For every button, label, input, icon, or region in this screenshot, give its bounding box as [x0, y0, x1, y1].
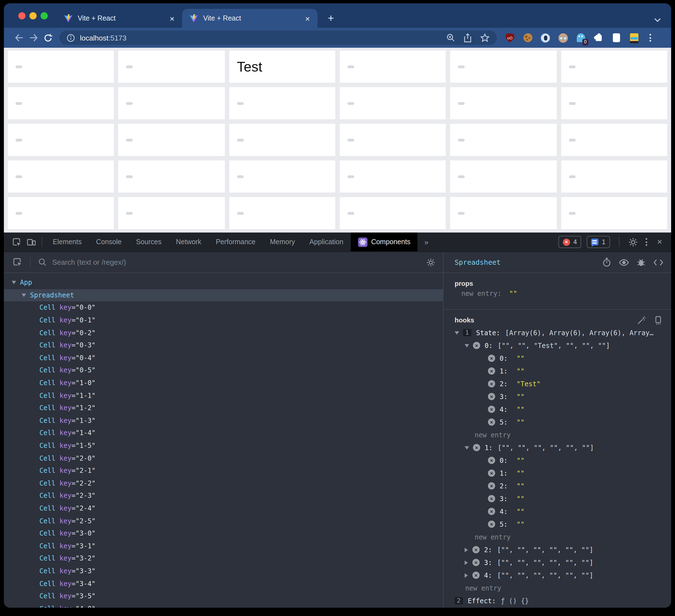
hook-value[interactable]: "" — [517, 495, 525, 503]
prop-value[interactable]: "" — [509, 290, 517, 298]
spreadsheet-cell[interactable] — [340, 51, 446, 83]
tree-row[interactable]: Spreadsheet — [4, 289, 443, 301]
spreadsheet-cell[interactable] — [450, 197, 557, 229]
hooks-row[interactable]: ×4:"" — [455, 505, 671, 518]
tree-row[interactable]: Cell key="0-0" — [4, 301, 443, 314]
tree-row[interactable]: Cell key="1-3" — [4, 414, 443, 427]
onepassword-icon[interactable] — [540, 32, 551, 43]
spreadsheet-cell[interactable] — [119, 51, 225, 83]
hooks-row[interactable]: ×0:"" — [455, 352, 671, 365]
suspense-stopwatch-icon[interactable] — [602, 257, 611, 267]
hooks-row[interactable]: ×0:"" — [455, 454, 671, 467]
tree-settings-gear-icon[interactable] — [426, 258, 435, 267]
spreadsheet-cell[interactable] — [450, 124, 557, 156]
parse-hook-names-wand-icon[interactable] — [637, 316, 646, 325]
hook-value[interactable]: "" — [517, 482, 525, 490]
new-entry-field[interactable]: new entry — [475, 533, 511, 541]
tree-row[interactable]: Cell key="1-0" — [4, 377, 443, 389]
hooks-row[interactable]: ×4:"" — [455, 403, 671, 416]
expand-arrow-icon[interactable] — [22, 294, 26, 297]
hook-value[interactable]: "" — [517, 469, 525, 477]
hook-value[interactable]: "" — [517, 354, 525, 362]
devtools-settings-gear-icon[interactable] — [628, 237, 638, 247]
hooks-row[interactable]: ×3:"" — [455, 390, 671, 403]
new-entry-field[interactable]: new entry — [475, 431, 511, 439]
expand-arrow-icon[interactable] — [465, 573, 468, 578]
remove-entry-button[interactable]: × — [472, 546, 479, 553]
remove-entry-button[interactable]: × — [488, 393, 495, 400]
browser-tab[interactable]: Vite + React× — [182, 9, 317, 28]
spreadsheet-cell[interactable] — [450, 87, 557, 119]
tree-row[interactable]: Cell key="3-0" — [4, 527, 443, 540]
devtools-tab-components[interactable]: Components — [351, 233, 418, 251]
back-button[interactable] — [12, 30, 26, 45]
hooks-row[interactable]: ×3:["", "", "", "", "", ""] — [455, 556, 671, 569]
tree-row[interactable]: Cell key="3-1" — [4, 540, 443, 552]
spreadsheet-cell[interactable] — [8, 160, 114, 192]
spreadsheet-cell[interactable] — [561, 87, 667, 119]
tree-row[interactable]: Cell key="0-5" — [4, 364, 443, 377]
tree-row[interactable]: Cell key="2-5" — [4, 515, 443, 527]
devtools-tab-network[interactable]: Network — [169, 233, 209, 251]
spreadsheet-cell[interactable] — [8, 87, 114, 119]
hooks-row[interactable]: ×1:"" — [455, 467, 671, 479]
devtools-tab-application[interactable]: Application — [302, 233, 351, 251]
expand-arrow-icon[interactable] — [465, 547, 468, 552]
bookmark-star-icon[interactable] — [480, 33, 490, 42]
hook-value[interactable]: "" — [517, 520, 525, 528]
tree-row[interactable]: Cell key="3-2" — [4, 552, 443, 565]
devtools-close-button[interactable]: × — [655, 237, 664, 247]
reload-button[interactable] — [41, 30, 55, 45]
spreadsheet-cell[interactable] — [340, 197, 446, 229]
hooks-row[interactable]: ×1:"" — [455, 365, 671, 377]
spreadsheet-cell[interactable] — [561, 197, 667, 229]
devtools-menu-icon[interactable] — [643, 238, 649, 246]
spreadsheet-cell[interactable] — [229, 160, 335, 192]
errors-badge[interactable]: × 4 — [558, 236, 582, 248]
hooks-row[interactable]: ×2:"" — [455, 479, 671, 492]
inspect-element-icon[interactable] — [9, 235, 24, 249]
spreadsheet-cell[interactable] — [119, 197, 225, 229]
hooks-row[interactable]: ×0:["", "", "Test", "", "", ""] — [455, 339, 671, 352]
tree-row[interactable]: Cell key="3-4" — [4, 578, 443, 590]
ublock-origin-icon[interactable]: uO — [505, 32, 515, 43]
extensions-puzzle-icon[interactable] — [593, 32, 604, 43]
spreadsheet-cell[interactable] — [8, 197, 114, 229]
devtools-tab-console[interactable]: Console — [89, 233, 129, 251]
hook-value[interactable]: "Test" — [517, 380, 541, 388]
close-window-button[interactable] — [18, 12, 25, 19]
avatar-glasses-extension-icon[interactable] — [558, 32, 569, 43]
site-info-icon[interactable] — [67, 33, 75, 42]
hooks-row[interactable]: new entry — [455, 531, 671, 543]
spreadsheet-cell[interactable] — [229, 124, 335, 156]
spreadsheet-cell[interactable] — [450, 51, 557, 83]
inspect-dom-eye-icon[interactable] — [619, 258, 629, 266]
view-source-code-icon[interactable] — [653, 258, 663, 266]
hooks-row[interactable]: new entry — [455, 429, 671, 441]
spreadsheet-cell[interactable] — [8, 51, 114, 83]
tree-row[interactable]: Cell key="1-1" — [4, 389, 443, 402]
zoom-page-icon[interactable] — [446, 33, 455, 42]
remove-entry-button[interactable]: × — [488, 508, 495, 515]
hook-value[interactable]: "" — [517, 456, 525, 464]
tree-row[interactable]: Cell key="4-0" — [4, 602, 443, 608]
issues-badge[interactable]: 1 — [587, 236, 610, 248]
remove-entry-button[interactable]: × — [473, 444, 480, 451]
hooks-row[interactable]: ×1:["", "", "", "", "", ""] — [455, 441, 671, 454]
hook-value[interactable]: "" — [517, 393, 525, 400]
share-icon[interactable] — [463, 33, 472, 43]
remove-entry-button[interactable]: × — [488, 495, 495, 502]
copy-hooks-icon[interactable] — [654, 316, 662, 325]
tree-row[interactable]: Cell key="2-2" — [4, 477, 443, 489]
profile-avatar-icon[interactable] — [629, 32, 640, 43]
spreadsheet-cell[interactable] — [229, 87, 335, 119]
more-tabs-button[interactable]: » — [424, 238, 428, 246]
hooks-row[interactable]: ×5:"" — [455, 416, 671, 429]
remove-entry-button[interactable]: × — [488, 521, 495, 528]
devtools-tab-elements[interactable]: Elements — [46, 233, 89, 251]
expand-arrow-icon[interactable] — [465, 560, 468, 565]
tab-close-button[interactable]: × — [302, 14, 313, 23]
spreadsheet-cell[interactable] — [561, 51, 667, 83]
remove-entry-button[interactable]: × — [472, 571, 479, 579]
tree-row[interactable]: Cell key="3-3" — [4, 565, 443, 577]
